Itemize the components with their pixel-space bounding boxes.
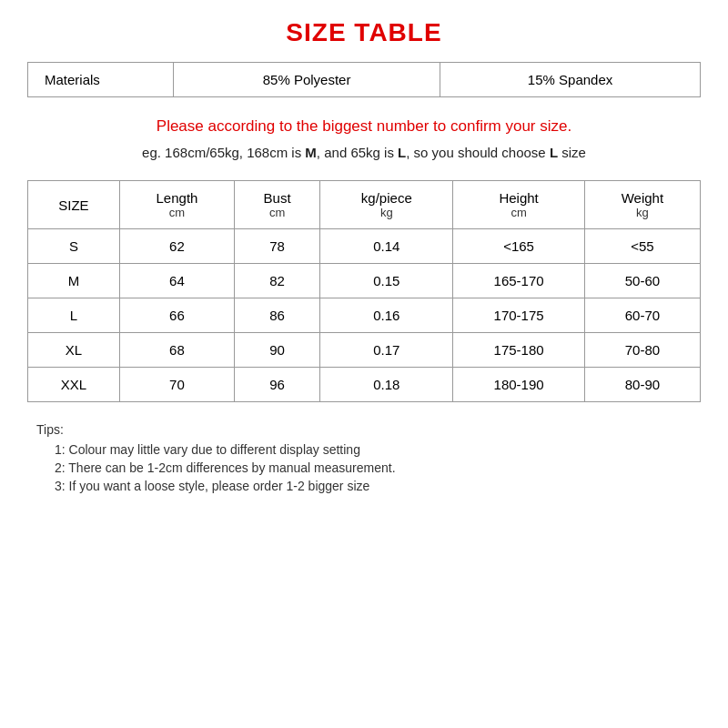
col-header-4: Heightcm xyxy=(453,181,584,229)
materials-table: Materials 85% Polyester 15% Spandex xyxy=(27,62,701,97)
size-table-body: S62780.14<165<55M64820.15165-17050-60L66… xyxy=(28,229,701,402)
instruction-example: eg. 168cm/65kg, 168cm is M, and 65kg is … xyxy=(27,145,701,160)
table-cell-3-5: 70-80 xyxy=(584,333,700,368)
table-row: L66860.16170-17560-70 xyxy=(28,298,701,333)
page-title: SIZE TABLE xyxy=(27,18,701,47)
col-header-3: kg/piecekg xyxy=(320,181,453,229)
table-cell-4-5: 80-90 xyxy=(584,368,700,402)
tip-item-0: 1: Colour may little vary due to differe… xyxy=(55,442,701,457)
tips-title: Tips: xyxy=(36,422,701,437)
materials-col2: 15% Spandex xyxy=(440,63,701,97)
table-cell-2-2: 86 xyxy=(235,298,320,333)
table-cell-4-3: 0.18 xyxy=(320,368,453,402)
table-cell-0-3: 0.14 xyxy=(320,229,453,264)
table-cell-0-1: 62 xyxy=(119,229,234,264)
example-bold1: M xyxy=(305,145,317,160)
table-cell-3-0: XL xyxy=(28,333,120,368)
tip-item-1: 2: There can be 1-2cm differences by man… xyxy=(55,460,701,475)
table-cell-3-1: 68 xyxy=(119,333,234,368)
col-header-1: Lengthcm xyxy=(119,181,234,229)
example-mid: , and 65kg is xyxy=(317,145,398,160)
example-end: size xyxy=(558,145,586,160)
tips-section: Tips: 1: Colour may little vary due to d… xyxy=(27,422,701,493)
table-cell-1-2: 82 xyxy=(235,264,320,298)
table-cell-2-5: 60-70 xyxy=(584,298,700,333)
table-row: M64820.15165-17050-60 xyxy=(28,264,701,298)
col-header-2: Bustcm xyxy=(235,181,320,229)
example-bold2: L xyxy=(398,145,406,160)
tip-item-2: 3: If you want a loose style, please ord… xyxy=(55,479,701,493)
table-cell-2-4: 170-175 xyxy=(453,298,584,333)
table-cell-1-5: 50-60 xyxy=(584,264,700,298)
table-cell-3-2: 90 xyxy=(235,333,320,368)
table-cell-4-4: 180-190 xyxy=(453,368,584,402)
example-bold3: L xyxy=(550,145,558,160)
materials-label: Materials xyxy=(28,63,174,97)
size-table-header-row: SIZELengthcmBustcmkg/piecekgHeightcmWeig… xyxy=(28,181,701,229)
table-cell-4-0: XXL xyxy=(28,368,120,402)
instruction-main: Please according to the biggest number t… xyxy=(27,117,701,136)
table-cell-2-1: 66 xyxy=(119,298,234,333)
table-cell-3-3: 0.17 xyxy=(320,333,453,368)
table-cell-0-5: <55 xyxy=(584,229,700,264)
table-cell-1-4: 165-170 xyxy=(453,264,584,298)
table-cell-1-1: 64 xyxy=(119,264,234,298)
table-row: S62780.14<165<55 xyxy=(28,229,701,264)
table-cell-1-0: M xyxy=(28,264,120,298)
materials-col1: 85% Polyester xyxy=(174,63,440,97)
example-prefix: eg. 168cm/65kg, 168cm is xyxy=(142,145,305,160)
table-cell-2-0: L xyxy=(28,298,120,333)
table-cell-3-4: 175-180 xyxy=(453,333,584,368)
table-cell-0-4: <165 xyxy=(453,229,584,264)
table-cell-4-2: 96 xyxy=(235,368,320,402)
table-row: XL68900.17175-18070-80 xyxy=(28,333,701,368)
table-row: XXL70960.18180-19080-90 xyxy=(28,368,701,402)
size-table: SIZELengthcmBustcmkg/piecekgHeightcmWeig… xyxy=(27,180,701,402)
example-suffix: , so you should choose xyxy=(406,145,550,160)
col-header-0: SIZE xyxy=(28,181,120,229)
table-cell-1-3: 0.15 xyxy=(320,264,453,298)
tips-items: 1: Colour may little vary due to differe… xyxy=(36,442,701,493)
table-cell-0-0: S xyxy=(28,229,120,264)
col-header-5: Weightkg xyxy=(584,181,700,229)
table-cell-4-1: 70 xyxy=(119,368,234,402)
table-cell-0-2: 78 xyxy=(235,229,320,264)
table-cell-2-3: 0.16 xyxy=(320,298,453,333)
